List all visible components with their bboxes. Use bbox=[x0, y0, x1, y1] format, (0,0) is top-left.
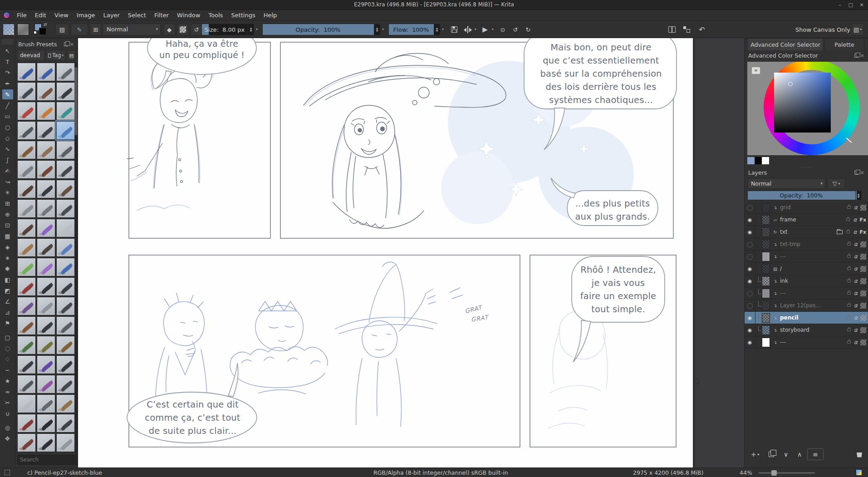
brush-preset[interactable] bbox=[37, 102, 55, 120]
brush-preset[interactable] bbox=[37, 258, 55, 276]
polyline-tool[interactable]: ∿ bbox=[2, 144, 13, 154]
white-swatch[interactable] bbox=[762, 157, 769, 164]
bezier-curve-tool[interactable]: ∫ bbox=[2, 155, 13, 165]
switch-workspace-button[interactable] bbox=[681, 24, 692, 35]
brush-preset[interactable] bbox=[37, 238, 55, 257]
brush-preset[interactable] bbox=[37, 63, 55, 81]
brush-preset[interactable] bbox=[56, 63, 74, 81]
brush-preset[interactable] bbox=[37, 414, 55, 433]
menu-select[interactable]: Select bbox=[124, 11, 150, 20]
contiguous-selection-tool[interactable]: ★ bbox=[2, 376, 13, 386]
freehand-brush-tool[interactable]: ✎ bbox=[2, 89, 13, 99]
brush-preset[interactable] bbox=[56, 199, 74, 218]
black-swatch[interactable] bbox=[755, 157, 762, 164]
brush-preset[interactable] bbox=[37, 121, 55, 140]
alpha-icon[interactable]: α bbox=[853, 229, 857, 235]
layer-row[interactable]: ◯ ↴ grid α bbox=[745, 202, 868, 214]
text-tool[interactable]: T bbox=[2, 57, 13, 67]
layer-name[interactable]: --- bbox=[779, 339, 846, 345]
duplicate-layer-button[interactable] bbox=[765, 448, 777, 460]
inherit-alpha-icon[interactable] bbox=[860, 205, 866, 211]
enclose-fill-tool[interactable]: ◩ bbox=[2, 285, 13, 295]
polygonal-selection-tool[interactable]: ♢ bbox=[2, 354, 13, 364]
menu-image[interactable]: Image bbox=[73, 11, 99, 20]
lock-icon[interactable] bbox=[847, 206, 851, 209]
flow-slider[interactable]: Flow: 100% ▲▼ bbox=[388, 24, 440, 35]
tab-advanced-color-selector[interactable]: Advanced Color Selector bbox=[747, 38, 824, 50]
close-docker-icon[interactable]: × bbox=[860, 171, 864, 175]
lock-icon[interactable] bbox=[847, 255, 851, 258]
smart-patch-tool[interactable]: ✱ bbox=[2, 264, 13, 274]
transform-select-tool[interactable]: ↖ bbox=[2, 46, 13, 56]
layer-name[interactable]: pencil bbox=[779, 315, 846, 321]
brush-preset[interactable] bbox=[56, 414, 74, 433]
menu-filter[interactable]: Filter bbox=[150, 11, 173, 20]
layer-row[interactable]: ◉ ▤ / α bbox=[745, 263, 868, 275]
brush-preset[interactable] bbox=[56, 433, 74, 452]
brush-preset[interactable] bbox=[37, 180, 55, 198]
brush-preset[interactable] bbox=[37, 219, 55, 237]
menu-view[interactable]: View bbox=[50, 11, 73, 20]
brush-preset[interactable] bbox=[56, 355, 74, 374]
inherit-alpha-icon[interactable] bbox=[860, 339, 866, 345]
alpha-icon[interactable]: α bbox=[854, 315, 858, 321]
brush-preset[interactable] bbox=[56, 238, 74, 257]
inherit-alpha-icon[interactable] bbox=[860, 327, 866, 333]
layer-name[interactable]: ink bbox=[779, 278, 846, 284]
pattern-chooser[interactable] bbox=[17, 24, 29, 35]
layer-visibility-toggle[interactable]: ◉ bbox=[745, 263, 755, 275]
layer-visibility-toggle[interactable]: ◯ bbox=[745, 251, 755, 262]
layer-visibility-toggle[interactable]: ◯ bbox=[745, 287, 755, 299]
inherit-alpha-icon[interactable] bbox=[860, 315, 866, 321]
show-canvas-only-button[interactable]: Show Canvas Only bbox=[795, 24, 850, 35]
layer-visibility-toggle[interactable]: ◉ bbox=[745, 275, 755, 287]
alpha-icon[interactable]: α bbox=[854, 204, 858, 211]
brush-size-slider[interactable]: Size: 8.00 px ▲▼ bbox=[201, 24, 254, 35]
layer-blending-mode-dropdown[interactable]: Normal ▾ bbox=[747, 178, 825, 189]
brush-preset[interactable] bbox=[37, 297, 55, 315]
reload-preset-button[interactable]: ↺ bbox=[191, 24, 202, 35]
alpha-icon[interactable]: α bbox=[854, 266, 858, 272]
reset-colors-icon[interactable] bbox=[34, 31, 37, 34]
brush-preset[interactable] bbox=[17, 63, 36, 81]
brush-preset[interactable] bbox=[56, 336, 74, 354]
freehand-path-tool[interactable]: ✍ bbox=[2, 166, 13, 176]
brush-preset[interactable] bbox=[37, 316, 55, 335]
docker-options-button[interactable]: ▤ ▾ bbox=[851, 24, 864, 35]
close-docker-icon[interactable]: × bbox=[70, 42, 74, 46]
saturation-value-square[interactable] bbox=[774, 73, 831, 133]
inherit-alpha-icon[interactable] bbox=[860, 254, 866, 260]
color-sampler-tool[interactable]: ◈ bbox=[2, 242, 13, 252]
maximize-button[interactable]: □ bbox=[846, 1, 855, 9]
brush-preset[interactable] bbox=[37, 433, 55, 452]
brush-preset[interactable] bbox=[17, 180, 36, 198]
float-docker-icon[interactable] bbox=[64, 42, 68, 46]
menu-tools[interactable]: Tools bbox=[204, 11, 227, 20]
layer-name[interactable]: Layer 12(pas... bbox=[779, 302, 846, 309]
similar-color-selection-tool[interactable]: ≈ bbox=[2, 387, 13, 397]
brush-preset[interactable] bbox=[56, 316, 74, 335]
edit-brush-settings-button[interactable]: ✎ bbox=[71, 24, 88, 35]
inherit-alpha-icon[interactable] bbox=[860, 241, 866, 247]
layer-row[interactable]: ◯ ↴ --- α bbox=[745, 287, 868, 300]
layer-name[interactable]: --- bbox=[779, 290, 846, 296]
lock-icon[interactable] bbox=[847, 304, 851, 307]
inherit-alpha-icon[interactable] bbox=[860, 303, 866, 309]
alpha-icon[interactable]: α bbox=[854, 253, 858, 260]
layer-row[interactable]: ◯ ↴ Layer 12(pas... α bbox=[745, 300, 868, 312]
layer-name[interactable]: frame bbox=[779, 216, 845, 223]
edit-shapes-tool[interactable]: ↷ bbox=[2, 68, 13, 78]
move-tool[interactable]: ⊕ bbox=[2, 209, 13, 219]
mirror-menu-arrow[interactable]: ▾ bbox=[475, 27, 476, 31]
toolbox-grip[interactable] bbox=[2, 39, 13, 44]
brush-preset[interactable] bbox=[37, 336, 55, 354]
layer-name[interactable]: storyboard bbox=[779, 327, 846, 333]
brush-preset[interactable] bbox=[37, 277, 55, 296]
gradient-tool[interactable]: ▦ bbox=[2, 231, 13, 241]
patch-tool[interactable]: ∗ bbox=[2, 253, 13, 263]
layer-visibility-toggle[interactable]: ◉ bbox=[745, 312, 755, 324]
alpha-icon[interactable]: α bbox=[854, 278, 858, 284]
polygon-tool[interactable]: ◇ bbox=[2, 133, 13, 143]
rectangle-tool[interactable]: ▭ bbox=[2, 111, 13, 121]
close-button[interactable]: × bbox=[857, 1, 866, 9]
